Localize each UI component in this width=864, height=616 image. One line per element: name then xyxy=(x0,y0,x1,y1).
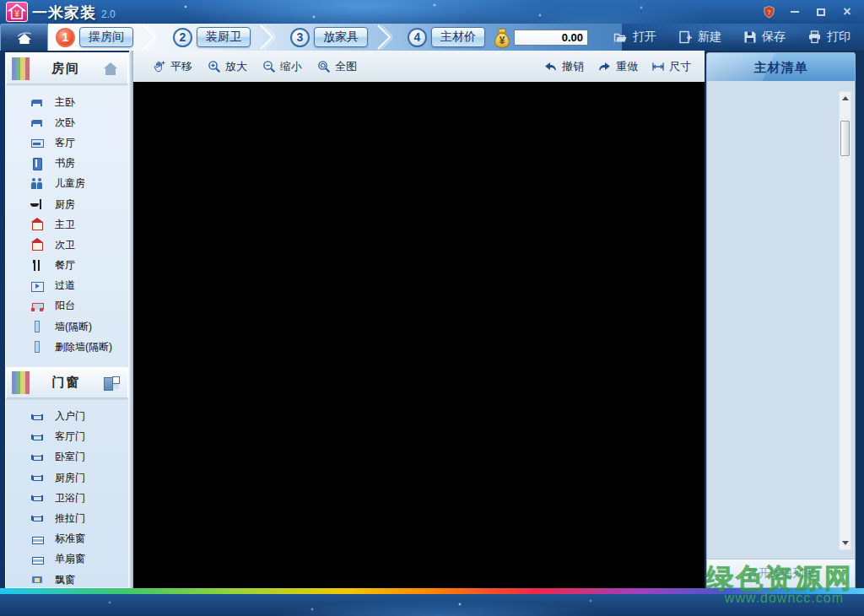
redo-button[interactable]: 重做 xyxy=(597,59,638,74)
sidebar-item-label: 次卧 xyxy=(55,116,75,130)
sidebar-item-list: 入户门 客厅门 卧室门 厨房门 卫浴门 推拉门 标准窗 单扇窗 飘窗 xyxy=(6,398,128,588)
zoom-in-button[interactable]: 放大 xyxy=(208,59,247,74)
new-file-icon xyxy=(678,30,693,44)
zoom-out-button[interactable]: 缩小 xyxy=(262,59,302,74)
undo-icon xyxy=(543,60,558,73)
sidebar-item[interactable]: 卫浴门 xyxy=(6,488,128,508)
door-icon xyxy=(30,410,44,424)
zoom-in-label: 放大 xyxy=(225,59,247,74)
scroll-down-icon[interactable] xyxy=(840,538,850,548)
sidebar-item[interactable]: 推拉门 xyxy=(6,508,128,528)
balcony-icon xyxy=(30,300,44,313)
watermark-url: www.downcc.com xyxy=(725,591,844,606)
home-button[interactable] xyxy=(0,24,48,51)
new-button[interactable]: 新建 xyxy=(678,30,721,45)
sidebar-item-label: 次卫 xyxy=(55,238,75,252)
step-3-button[interactable]: 放家具 xyxy=(314,27,368,47)
color-stripes-icon xyxy=(12,371,30,394)
sidebar-item[interactable]: 删除墙(隔断) xyxy=(6,337,128,357)
sidebar-item[interactable]: 厨房 xyxy=(6,194,128,214)
sofa-icon xyxy=(30,136,44,149)
sidebar-item[interactable]: 书房 xyxy=(6,154,128,174)
security-shield-icon[interactable]: ? xyxy=(759,3,779,20)
sidebar-item[interactable]: 入户门 xyxy=(6,406,128,426)
sidebar-item-label: 推拉门 xyxy=(55,511,85,526)
save-button[interactable]: 保存 xyxy=(743,30,786,45)
fit-view-button[interactable]: 全图 xyxy=(317,59,357,74)
app-version: 2.0 xyxy=(101,8,116,20)
minimize-button[interactable] xyxy=(785,3,805,20)
chevron-separator-icon xyxy=(141,24,158,50)
logo-house-icon: ¥ xyxy=(8,3,26,20)
sidebar-section-header: 房间 xyxy=(6,53,128,84)
window-icon xyxy=(30,532,44,546)
materials-list xyxy=(707,81,855,559)
sidebar-item-label: 客厅 xyxy=(55,136,75,150)
pan-hand-icon xyxy=(152,60,166,73)
sidebar-item[interactable]: 单扇窗 xyxy=(6,549,128,570)
bath-icon xyxy=(30,218,44,231)
step-4-button[interactable]: 主材价 xyxy=(431,27,485,47)
sidebar-item-label: 厨房门 xyxy=(55,471,85,485)
sidebar-item-label: 墙(隔断) xyxy=(55,320,92,334)
sidebar-item[interactable]: 墙(隔断) xyxy=(6,316,128,337)
step-1-badge: 1 xyxy=(56,28,75,47)
sidebar-item[interactable]: 主卫 xyxy=(6,214,128,235)
canvas-toolbar: 平移 放大 缩小 全图 xyxy=(133,51,705,82)
door-icon xyxy=(30,511,44,525)
step-2-button[interactable]: 装厨卫 xyxy=(197,27,251,47)
print-icon xyxy=(807,30,822,44)
close-button[interactable]: × xyxy=(837,3,857,20)
step-1-button[interactable]: 摆房间 xyxy=(79,27,133,47)
bed-icon xyxy=(30,95,44,109)
sidebar-item[interactable]: 次卧 xyxy=(6,112,128,132)
sidebar-item[interactable]: 餐厅 xyxy=(6,256,128,276)
maximize-button[interactable] xyxy=(811,3,831,20)
zoom-out-label: 缩小 xyxy=(280,59,302,74)
open-button[interactable]: 打开 xyxy=(613,30,656,45)
total-price-field[interactable] xyxy=(514,30,588,46)
sidebar-item[interactable]: 主卧 xyxy=(6,92,128,112)
children-icon xyxy=(30,177,44,191)
pan-button[interactable]: 平移 xyxy=(152,59,192,74)
sidebar-item[interactable]: 卧室门 xyxy=(6,447,128,467)
step-toolbar: 1 摆房间 2 装厨卫 3 放家具 4 主材价 xyxy=(0,24,864,51)
save-label: 保存 xyxy=(762,30,786,45)
home-yuan-logo-icon: ¥ xyxy=(6,2,28,22)
sidebar-item[interactable]: 儿童房 xyxy=(6,174,128,194)
sidebar-item[interactable]: 客厅 xyxy=(6,132,128,153)
sidebar-item[interactable]: 厨房门 xyxy=(6,467,128,488)
undo-label: 撤销 xyxy=(562,59,584,74)
sidebar-item[interactable]: 次卫 xyxy=(6,235,128,255)
sidebar-item[interactable]: 过道 xyxy=(6,276,128,296)
sidebar-item-label: 书房 xyxy=(55,156,75,170)
scroll-up-icon[interactable] xyxy=(840,93,850,104)
sidebar-item-label: 厨房 xyxy=(55,197,75,212)
sidebar-item-list: 主卧 次卧 客厅 书房 儿童房 厨房 主卫 次卫 餐厅 过道 阳台 xyxy=(6,84,128,357)
bath-icon xyxy=(30,238,44,251)
dimension-button[interactable]: 尺寸 xyxy=(651,59,691,74)
chevron-separator-icon xyxy=(258,24,275,50)
floorplan-canvas[interactable] xyxy=(133,82,705,588)
print-label: 打印 xyxy=(827,30,850,45)
door-icon xyxy=(30,491,44,505)
sidebar: 房间 主卧 次卧 客厅 书房 儿童房 厨房 主卫 次卫 餐厅 xyxy=(5,52,129,588)
kitchen-icon xyxy=(30,197,44,211)
fit-view-icon xyxy=(317,60,331,73)
sidebar-item[interactable]: 标准窗 xyxy=(6,529,128,549)
sidebar-item[interactable]: 客厅门 xyxy=(6,427,128,447)
print-button[interactable]: 打印 xyxy=(807,30,850,45)
materials-scrollbar[interactable] xyxy=(839,91,851,550)
open-folder-icon xyxy=(613,31,628,44)
sidebar-item-label: 标准窗 xyxy=(55,532,85,546)
undo-button[interactable]: 撤销 xyxy=(543,59,584,74)
dimension-icon xyxy=(651,60,665,73)
svg-text:?: ? xyxy=(767,8,771,15)
scrollbar-thumb[interactable] xyxy=(840,121,850,156)
titlebar: ¥ 一米家装 2.0 ? × xyxy=(0,0,864,24)
book-icon xyxy=(30,157,44,170)
save-icon xyxy=(743,30,757,44)
sidebar-item[interactable]: 飘窗 xyxy=(6,570,128,588)
dimension-label: 尺寸 xyxy=(669,59,691,74)
sidebar-item[interactable]: 阳台 xyxy=(6,296,128,316)
